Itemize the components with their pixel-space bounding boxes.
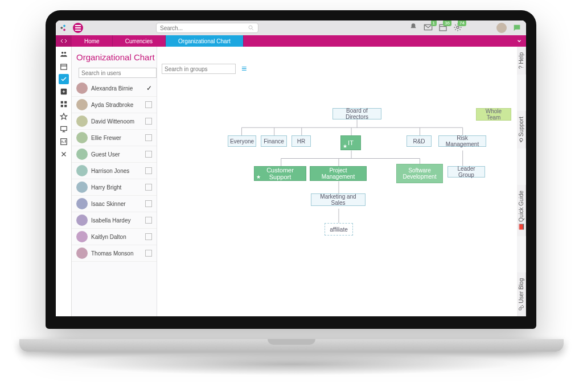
panel-users: Organizational Chart Alexandra Birnie✓Ay…	[72, 47, 157, 316]
avatar	[76, 247, 88, 259]
code-tab-icon[interactable]	[56, 35, 72, 47]
user-list: Alexandra Birnie✓Ayda StradbrokeDavid Wi…	[72, 80, 157, 316]
help-tab-blog[interactable]: 🗪 User Blog	[517, 273, 526, 316]
avatar	[76, 231, 88, 242]
avatar	[76, 99, 88, 110]
help-tab-guide[interactable]: 📕 Quick Guide	[517, 185, 526, 236]
node-leader-group[interactable]: Leader Group	[447, 166, 485, 178]
svg-point-0	[249, 26, 252, 29]
nav-star-icon[interactable]	[59, 112, 69, 122]
org-chart: Board of Directors Whole Team Everyone F…	[157, 81, 517, 316]
user-name: David Wittenoom	[91, 118, 142, 125]
svg-rect-14	[60, 126, 67, 130]
user-row[interactable]: Alexandra Birnie✓	[72, 80, 157, 97]
user-name: Thomas Monson	[91, 250, 142, 257]
help-tab-support[interactable]: ⟲ Support	[517, 111, 526, 148]
star-icon: ★	[343, 143, 347, 149]
notifications-button[interactable]	[409, 23, 418, 33]
user-name: Isaac Skinner	[91, 201, 142, 207]
avatar	[76, 82, 88, 94]
nav-calendar-icon[interactable]	[59, 61, 69, 72]
svg-point-4	[457, 26, 459, 28]
bell-icon	[409, 23, 418, 32]
helpbar: ? Help ⟲ Support 📕 Quick Guide 🗪 User Bl…	[517, 47, 526, 316]
nav-tools-icon[interactable]	[59, 149, 69, 159]
nav-present-icon[interactable]	[59, 124, 69, 134]
checkbox[interactable]	[145, 200, 152, 207]
search-icon	[248, 24, 254, 31]
svg-rect-11	[64, 101, 67, 104]
node-project-management[interactable]: Project Management	[310, 166, 367, 181]
avatar	[76, 132, 88, 143]
node-it[interactable]: IT ★	[340, 135, 361, 150]
global-search-input[interactable]	[160, 25, 248, 31]
node-whole-team[interactable]: Whole Team	[476, 108, 511, 121]
mail-button[interactable]: 1	[424, 23, 433, 33]
checkbox[interactable]	[145, 118, 152, 125]
main-chart-area: ≡	[157, 47, 517, 316]
group-search-input[interactable]	[162, 64, 236, 74]
node-finance[interactable]: Finance	[261, 135, 287, 147]
tab-expand-button[interactable]	[512, 35, 526, 47]
calendar-button[interactable]: 36	[438, 23, 447, 33]
user-name: Isabella Hardey	[91, 217, 142, 224]
user-name: Guest User	[91, 151, 142, 158]
checkbox[interactable]	[145, 184, 152, 191]
checkbox[interactable]	[145, 250, 152, 257]
checkbox[interactable]	[145, 101, 152, 108]
check-icon: ✓	[146, 84, 152, 92]
checkbox[interactable]	[145, 217, 152, 224]
node-affiliate[interactable]: affiliate	[325, 223, 353, 236]
main-menu-button[interactable]	[73, 23, 83, 33]
user-name: Harry Bright	[91, 184, 142, 191]
checkbox[interactable]	[145, 167, 152, 174]
tab-org-chart[interactable]: Organizational Chart	[166, 35, 244, 47]
node-everyone[interactable]: Everyone	[228, 135, 256, 147]
nav-tasks-icon[interactable]	[59, 74, 69, 84]
nav-chart-icon[interactable]	[59, 137, 69, 147]
user-search-input[interactable]	[79, 68, 157, 78]
user-row[interactable]: Isabella Hardey	[72, 212, 157, 229]
user-name: Harrison Jones	[91, 168, 142, 174]
user-row[interactable]: Guest User	[72, 146, 157, 163]
node-rd[interactable]: R&D	[407, 135, 432, 147]
nav-add-icon[interactable]	[59, 86, 69, 97]
checkbox[interactable]	[145, 233, 152, 240]
node-board-of-directors[interactable]: Board of Directors	[332, 108, 381, 119]
user-row[interactable]: Ellie Frewer	[72, 130, 157, 146]
tab-currencies[interactable]: Currencies	[113, 35, 166, 47]
svg-rect-13	[64, 105, 67, 107]
user-row[interactable]: Harry Bright	[72, 179, 157, 196]
list-view-icon[interactable]: ≡	[241, 64, 247, 73]
avatar	[76, 148, 88, 160]
nav-people-icon[interactable]	[59, 49, 69, 59]
svg-rect-12	[60, 105, 63, 107]
avatar	[76, 198, 88, 209]
tab-home[interactable]: Home	[72, 35, 113, 47]
user-row[interactable]: Isaac Skinner	[72, 196, 157, 212]
svg-line-1	[252, 29, 254, 31]
node-hr[interactable]: HR	[292, 135, 311, 147]
nav-grid-icon[interactable]	[59, 99, 69, 109]
node-risk[interactable]: Risk Management	[438, 135, 486, 147]
checkbox[interactable]	[145, 134, 152, 141]
chat-icon[interactable]	[512, 23, 522, 32]
calendar-badge: 36	[443, 20, 451, 26]
settings-button[interactable]: 74	[453, 23, 462, 33]
current-user-avatar[interactable]	[496, 23, 507, 33]
node-software-development[interactable]: Software Development	[396, 164, 443, 183]
checkbox[interactable]	[145, 151, 152, 158]
avatar	[76, 115, 88, 127]
user-row[interactable]: Harrison Jones	[72, 163, 157, 179]
node-marketing-sales[interactable]: Marketing and Sales	[311, 193, 366, 206]
global-search[interactable]	[156, 23, 258, 33]
user-row[interactable]: Kaitlyn Dalton	[72, 229, 157, 245]
user-name: Ellie Frewer	[91, 135, 142, 141]
node-customer-support[interactable]: Customer Support ★	[254, 166, 306, 181]
user-row[interactable]: David Wittenoom	[72, 113, 157, 130]
user-row[interactable]: Ayda Stradbroke	[72, 97, 157, 113]
topbar: 1 36 74	[56, 20, 526, 35]
user-row[interactable]: Thomas Monson	[72, 245, 157, 262]
help-tab-help[interactable]: ? Help	[517, 47, 526, 75]
user-name: Ayda Stradbroke	[91, 102, 142, 108]
